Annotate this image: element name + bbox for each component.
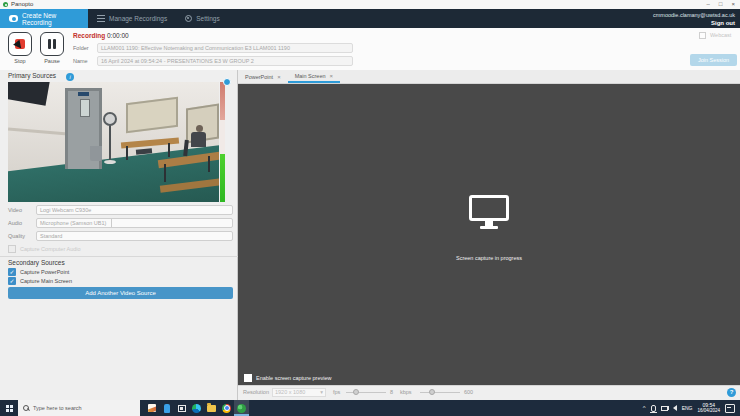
taskbar-app-panopto[interactable] <box>234 400 249 416</box>
notification-center-icon[interactable] <box>725 404 735 413</box>
taskbar-app-explorer[interactable] <box>204 400 219 416</box>
list-icon <box>97 15 105 22</box>
speaker-tray-icon[interactable] <box>673 405 677 411</box>
audio-level-meter <box>220 82 225 202</box>
tab-label: Manage Recordings <box>109 15 167 22</box>
tab-label: Settings <box>196 15 220 22</box>
resolution-label: Resolution <box>243 389 269 395</box>
close-button[interactable]: × <box>731 0 735 9</box>
taskbar-search[interactable]: Type here to search <box>18 400 140 416</box>
capture-computer-audio-checkbox[interactable] <box>8 245 16 253</box>
sign-out-link[interactable]: Sign out <box>653 19 735 27</box>
taskbar-clock[interactable]: 09:54 16/04/2024 <box>697 403 720 414</box>
taskbar-app-edge[interactable] <box>189 400 204 416</box>
tab-label: Main Screen <box>295 73 326 79</box>
webcast-label: Webcast <box>710 32 731 38</box>
taskbar-date: 16/04/2024 <box>697 408 720 414</box>
audio-label: Audio <box>8 220 22 226</box>
screen-capture-area: Screen capture in progress Enable screen… <box>238 84 740 385</box>
microphone-tray-icon[interactable] <box>651 405 656 412</box>
user-email: cmmoodie.clamany@uwtsd.ac.uk <box>653 11 735 19</box>
file-explorer-icon <box>207 405 216 412</box>
classroom-bin <box>90 146 102 161</box>
enable-preview-checkbox[interactable] <box>244 374 252 382</box>
meter-mid-zone <box>220 120 225 154</box>
taskbar-task-view[interactable] <box>174 400 189 416</box>
classroom-door-window <box>80 99 90 117</box>
resolution-dropdown[interactable]: 1920 x 1080 ▾ <box>272 388 326 397</box>
language-indicator[interactable]: ENG <box>682 405 693 411</box>
fps-label: fps <box>333 389 340 395</box>
capture-main-screen-checkbox[interactable]: ✓ <box>8 277 16 285</box>
fps-slider-track <box>346 392 386 393</box>
kbps-slider-handle[interactable] <box>429 389 435 395</box>
start-button[interactable] <box>0 400 18 416</box>
taskbar-app-sketch[interactable] <box>144 400 159 416</box>
name-field[interactable]: 16 April 2024 at 09:54:24 - PRESENTATION… <box>97 56 353 66</box>
window-controls: – □ × <box>707 0 738 9</box>
join-session-button[interactable]: Join Session <box>690 54 737 66</box>
panopto-app-icon <box>237 404 246 413</box>
audio-field-divider <box>111 219 112 227</box>
video-camera-icon <box>9 15 18 22</box>
capture-status-text: Screen capture in progress <box>238 255 740 261</box>
panopto-logo-icon <box>3 2 8 7</box>
tab-main-screen[interactable]: Main Screen × <box>288 70 340 83</box>
capture-main-screen-label: Capture Main Screen <box>20 278 72 284</box>
desk-leg <box>168 143 170 157</box>
task-view-icon <box>178 405 186 412</box>
pause-button[interactable] <box>40 32 64 56</box>
chevron-down-icon: ▾ <box>320 389 323 396</box>
paint3d-app-icon <box>164 404 170 413</box>
tab-create-new-recording[interactable]: Create New Recording <box>0 9 88 28</box>
meter-red-zone <box>220 82 225 120</box>
hidden-icons-chevron[interactable]: ^ <box>643 405 646 411</box>
help-button[interactable]: ? <box>727 388 736 397</box>
maximize-button[interactable]: □ <box>719 0 723 9</box>
enable-preview-label: Enable screen capture preview <box>256 375 332 381</box>
fan-pole <box>109 125 111 162</box>
minimize-button[interactable]: – <box>707 0 710 9</box>
capture-powerpoint-checkbox[interactable]: ✓ <box>8 268 16 276</box>
video-source-dropdown[interactable]: Logi Webcam C930e <box>36 205 233 215</box>
desk-leg <box>208 156 210 172</box>
recording-controls-bar: Stop Pause Recording 0:00:00 Folder LLAM… <box>0 28 740 71</box>
nav-bar: Create New Recording Manage Recordings S… <box>0 9 740 28</box>
sources-panel: Primary Sources i <box>0 70 238 400</box>
quality-dropdown[interactable]: Standard <box>36 231 233 241</box>
check-icon: ✓ <box>9 269 14 275</box>
user-block: cmmoodie.clamany@uwtsd.ac.uk Sign out <box>653 9 740 28</box>
close-icon[interactable]: × <box>277 74 281 80</box>
secondary-sources-title: Secondary Sources <box>8 259 65 266</box>
tab-label: Create New Recording <box>22 12 79 26</box>
resolution-value: 1920 x 1080 <box>275 389 305 396</box>
name-label: Name <box>73 58 88 64</box>
panopto-recorder-window: Panopto – □ × Create New Recording Manag… <box>0 0 740 416</box>
tab-settings[interactable]: Settings <box>176 9 229 28</box>
taskbar-app-chrome[interactable] <box>219 400 234 416</box>
primary-sources-title: Primary Sources <box>8 72 56 79</box>
webcast-checkbox[interactable] <box>699 32 706 39</box>
recording-status-label: Recording <box>73 32 105 39</box>
monitor-icon <box>469 195 509 221</box>
desk-leg <box>126 146 128 160</box>
windows-taskbar: Type here to search <box>0 400 740 416</box>
tab-manage-recordings[interactable]: Manage Recordings <box>88 9 176 28</box>
audio-source-dropdown[interactable]: Microphone (Samson UB1) <box>36 218 233 228</box>
folder-label: Folder <box>73 45 89 51</box>
volume-slider-handle[interactable] <box>223 78 231 86</box>
close-icon[interactable]: × <box>330 73 334 79</box>
window-title: Panopto <box>11 0 33 9</box>
info-icon[interactable]: i <box>66 73 74 81</box>
person-body <box>191 132 206 147</box>
taskbar-app-paint3d[interactable] <box>159 400 174 416</box>
add-video-source-button[interactable]: Add Another Video Source <box>8 287 233 299</box>
system-tray: ^ ENG 09:54 16/04/2024 <box>643 403 740 414</box>
folder-field[interactable]: LLAM001 1190: Effective Notemaking and C… <box>97 43 353 53</box>
tab-label: PowerPoint <box>245 74 273 80</box>
fps-slider-handle[interactable] <box>353 389 359 395</box>
tab-powerpoint[interactable]: PowerPoint × <box>238 70 288 83</box>
kbps-slider-track <box>420 392 460 393</box>
desk-leg <box>164 164 166 182</box>
search-icon <box>23 405 29 411</box>
